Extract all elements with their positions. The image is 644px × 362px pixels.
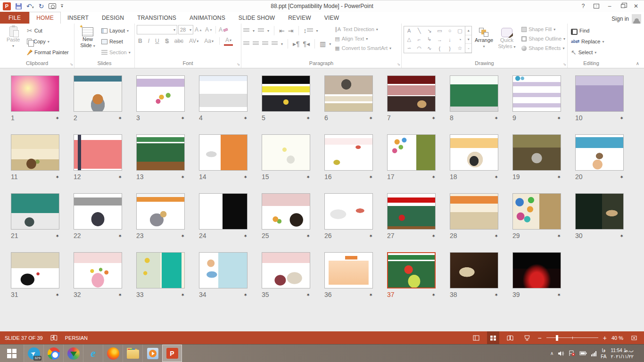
taskbar-powerpoint[interactable]: P	[162, 345, 182, 362]
shape-gallery-scrollbar[interactable]: ▲ ▼ ⌄	[465, 26, 471, 53]
collapse-ribbon-icon[interactable]: ∧	[636, 61, 639, 66]
font-color-button[interactable]: A▾	[224, 36, 233, 46]
avatar[interactable]	[632, 14, 641, 24]
shape-icon[interactable]: ◔	[458, 37, 462, 42]
slide-thumbnail[interactable]	[262, 134, 310, 171]
slide-show-icon[interactable]	[521, 331, 533, 344]
underline-button[interactable]: U	[154, 36, 161, 46]
transition-star-icon[interactable]: ✶	[306, 233, 310, 239]
slide-thumbnail[interactable]	[450, 75, 498, 112]
font-name-combo[interactable]: ▾	[137, 25, 177, 34]
slide-thumbnail[interactable]	[324, 134, 373, 171]
ribbon-display-options-icon[interactable]: ↑	[590, 1, 603, 11]
clear-formatting-button[interactable]: A	[217, 25, 229, 34]
section-button[interactable]: Section▾	[100, 48, 132, 57]
slide-thumbnail[interactable]	[512, 134, 561, 171]
slide-thumbnail[interactable]	[387, 193, 436, 230]
character-spacing-button[interactable]: AV▾	[188, 36, 200, 46]
text-shadow-button[interactable]: S	[164, 36, 170, 46]
volume-icon[interactable]	[558, 351, 564, 356]
transition-star-icon[interactable]: ✶	[557, 292, 561, 297]
rtl-direction-icon[interactable]: ¶◂	[303, 40, 310, 48]
slide-thumbnail[interactable]	[450, 134, 498, 171]
shape-icon[interactable]: ∽	[407, 45, 411, 51]
reading-view-icon[interactable]	[504, 331, 516, 344]
align-right-icon[interactable]	[262, 41, 268, 46]
slide-thumbnail[interactable]	[136, 134, 185, 171]
align-text-button[interactable]: ▤Align Text▾	[335, 34, 391, 43]
taskbar-internet-explorer[interactable]: e	[83, 345, 103, 362]
transition-star-icon[interactable]: ✶	[369, 115, 373, 121]
slide-thumbnail[interactable]	[136, 193, 185, 230]
restore-button[interactable]	[617, 1, 629, 11]
slide-thumbnail[interactable]	[512, 252, 561, 288]
transition-star-icon[interactable]: ✶	[495, 115, 498, 121]
paragraph-dialog-launcher-icon[interactable]: ⇘	[397, 62, 400, 66]
layout-button[interactable]: Layout▾	[100, 26, 132, 35]
justify-icon[interactable]	[272, 41, 278, 46]
slide-thumbnail[interactable]	[136, 252, 185, 288]
redo-icon[interactable]: ↻	[39, 3, 44, 9]
zoom-slider[interactable]	[546, 335, 598, 341]
fit-to-window-icon[interactable]	[628, 331, 640, 344]
spellcheck-icon[interactable]	[50, 335, 58, 341]
select-button[interactable]: ↖Select▾	[570, 48, 605, 57]
slide-thumbnail[interactable]	[387, 134, 436, 171]
text-direction-button[interactable]: ∥AText Direction▾	[335, 25, 391, 33]
ltr-direction-icon[interactable]: ▸¶	[293, 40, 300, 48]
shapes-scroll-down-icon[interactable]: ▼	[465, 35, 471, 44]
save-icon[interactable]	[16, 3, 22, 9]
transition-star-icon[interactable]: ✶	[369, 233, 373, 239]
transition-star-icon[interactable]: ✶	[181, 233, 185, 239]
shape-icon[interactable]: ∿	[427, 45, 431, 51]
slide-thumbnail[interactable]	[74, 75, 122, 112]
transition-star-icon[interactable]: ✶	[306, 174, 310, 180]
transition-star-icon[interactable]: ✶	[432, 292, 436, 297]
transition-star-icon[interactable]: ✶	[495, 292, 498, 297]
italic-button[interactable]: I	[147, 36, 151, 46]
sign-in[interactable]: Sign in	[611, 14, 644, 24]
powerpoint-app-icon[interactable]: P	[3, 2, 11, 10]
convert-to-smartart-button[interactable]: ▦Convert to SmartArt▾	[335, 44, 391, 52]
arrange-button[interactable]: Arrange▾	[473, 25, 495, 49]
font-dialog-launcher-icon[interactable]: ⇘	[237, 62, 240, 66]
shape-icon[interactable]: →	[437, 37, 442, 42]
shape-outline-button[interactable]: Shape Outline▾	[521, 34, 565, 43]
change-case-button[interactable]: Aa▾	[203, 36, 215, 46]
slide-thumbnail[interactable]	[387, 75, 436, 112]
reset-button[interactable]: Reset	[100, 37, 132, 46]
shape-icon[interactable]: ↳	[427, 36, 431, 42]
shapes-more-icon[interactable]: ⌄	[465, 44, 471, 53]
transition-star-icon[interactable]: ✶	[620, 174, 624, 180]
tab-review[interactable]: REVIEW	[281, 12, 318, 24]
transition-star-icon[interactable]: ✶	[495, 174, 498, 180]
transition-star-icon[interactable]: ✶	[118, 292, 122, 297]
shape-icon[interactable]: ⌐	[418, 37, 421, 42]
transition-star-icon[interactable]: ✶	[557, 115, 561, 121]
columns-icon[interactable]: ▥	[320, 40, 326, 48]
tab-animations[interactable]: ANIMATIONS	[183, 12, 232, 24]
transition-star-icon[interactable]: ✶	[620, 233, 624, 239]
shape-icon[interactable]: ╲	[418, 28, 421, 34]
slide-thumbnail[interactable]	[136, 75, 185, 112]
slide-sorter-view-icon[interactable]	[487, 331, 499, 344]
slide-thumbnail[interactable]	[199, 134, 248, 171]
taskbar-chrome[interactable]	[43, 345, 63, 362]
new-slide-button[interactable]: New Slide ▾	[76, 25, 99, 49]
transition-star-icon[interactable]: ✶	[56, 292, 59, 297]
slide-thumbnail[interactable]	[324, 252, 373, 288]
tab-transitions[interactable]: TRANSITIONS	[131, 12, 183, 24]
slide-thumbnail[interactable]	[450, 252, 498, 288]
tab-view[interactable]: VIEW	[318, 12, 346, 24]
transition-star-icon[interactable]: ✶	[306, 292, 310, 297]
close-button[interactable]: ✕	[630, 1, 642, 11]
bold-button[interactable]: B	[137, 36, 144, 46]
shrink-font-button[interactable]: A▼	[204, 25, 214, 34]
transition-star-icon[interactable]: ✶	[56, 174, 59, 180]
clock[interactable]: ب.ظ 11:54 ۲۰۲۱/۱۱/۲۲	[611, 347, 635, 360]
decrease-indent-icon[interactable]: ⇤	[279, 27, 285, 34]
slide-thumbnail[interactable]	[575, 193, 624, 230]
battery-icon[interactable]	[579, 351, 587, 356]
zoom-in-icon[interactable]: +	[603, 335, 607, 341]
transition-star-icon[interactable]: ✶	[244, 115, 248, 121]
